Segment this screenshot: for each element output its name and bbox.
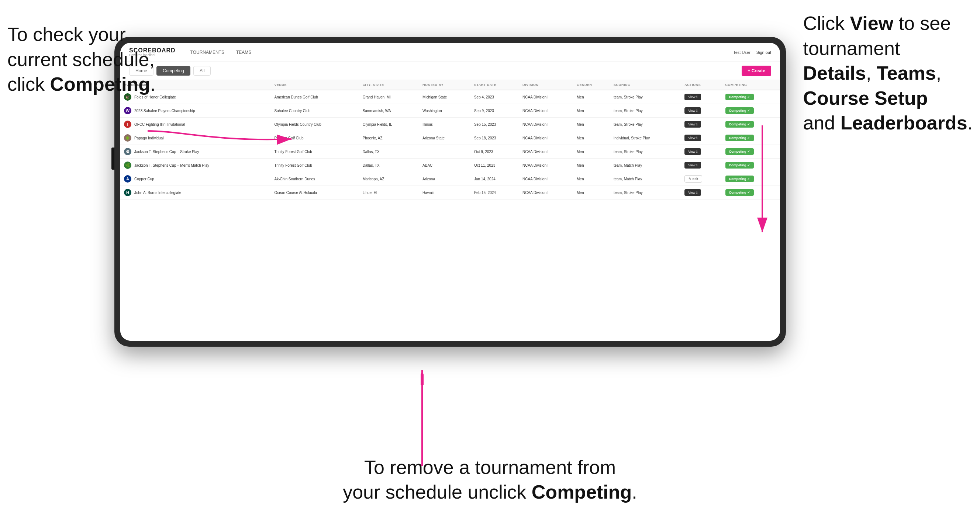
- annotation-b-line2: your schedule unclick: [343, 481, 532, 503]
- event-name-inner: 🌿 Jackson T. Stephens Cup – Men's Match …: [124, 162, 267, 169]
- gender-cell: Men: [573, 117, 610, 131]
- annotation-tr-line2: to see: [893, 13, 951, 34]
- view-button[interactable]: View ℹ: [684, 135, 701, 141]
- arrow-bottom: [421, 367, 423, 470]
- event-name-cell: W 2023 Sahalee Players Championship: [120, 104, 271, 117]
- competing-button[interactable]: Competing ✓: [725, 162, 754, 168]
- table-row: ⚙ Jackson T. Stephens Cup – Stroke Play …: [120, 145, 780, 159]
- sign-out-link[interactable]: Sign out: [756, 50, 771, 55]
- competing-button[interactable]: Competing ✓: [725, 121, 754, 128]
- tournaments-table: EVENT NAME VENUE CITY, STATE HOSTED BY S…: [120, 80, 780, 200]
- start-date-cell: Jan 14, 2024: [471, 172, 519, 186]
- table-body: 🦅 Folds of Honor Collegiate American Dun…: [120, 90, 780, 200]
- scoring-cell: team, Stroke Play: [610, 145, 681, 159]
- view-button[interactable]: View ℹ: [684, 107, 701, 114]
- col-hosted-by: HOSTED BY: [419, 80, 471, 90]
- competing-button[interactable]: Competing ✓: [725, 94, 754, 100]
- table-row: W 2023 Sahalee Players Championship Saha…: [120, 104, 780, 117]
- competing-cell: Competing ✓: [722, 104, 780, 117]
- competing-button[interactable]: Competing ✓: [725, 107, 754, 114]
- start-date-cell: Sep 18, 2023: [471, 131, 519, 145]
- event-name-text: Papago Individual: [134, 136, 164, 140]
- competing-cell: Competing ✓: [722, 186, 780, 200]
- view-button[interactable]: View ℹ: [684, 189, 701, 196]
- hosted-by-cell: Michigan State: [419, 90, 471, 104]
- col-competing: COMPETING: [722, 80, 780, 90]
- tablet-device: SCOREBOARD Powered by clippi TOURNAMENTS…: [115, 37, 786, 347]
- actions-cell: View ℹ: [681, 186, 721, 200]
- event-name-text: 2023 Sahalee Players Championship: [134, 109, 195, 113]
- annotation-b-bold: Competing: [532, 481, 632, 503]
- view-button[interactable]: View ℹ: [684, 162, 701, 168]
- actions-cell: View ℹ: [681, 104, 721, 117]
- gender-cell: Men: [573, 90, 610, 104]
- event-name-text: Jackson T. Stephens Cup – Men's Match Pl…: [134, 163, 209, 167]
- venue-cell: Trinity Forest Golf Club: [271, 159, 359, 172]
- view-button[interactable]: View ℹ: [684, 148, 701, 155]
- view-button[interactable]: View ℹ: [684, 94, 701, 100]
- annotation-b-line1: To remove a tournament from: [364, 457, 616, 478]
- scoring-cell: team, Stroke Play: [610, 90, 681, 104]
- competing-button[interactable]: Competing ✓: [725, 189, 754, 196]
- team-logo: ⚙: [124, 148, 131, 155]
- event-name-inner: I OFCC Fighting Illini Invitational: [124, 121, 267, 128]
- view-button[interactable]: View ℹ: [684, 121, 701, 128]
- venue-cell: Olympia Fields Country Club: [271, 117, 359, 131]
- division-cell: NCAA Division I: [519, 172, 573, 186]
- nav-links: TOURNAMENTS TEAMS: [190, 50, 251, 55]
- table-row: I OFCC Fighting Illini Invitational Olym…: [120, 117, 780, 131]
- tablet-screen: SCOREBOARD Powered by clippi TOURNAMENTS…: [120, 43, 780, 341]
- annotation-top-right: Click View to see tournament Details, Te…: [803, 11, 973, 136]
- tab-competing[interactable]: Competing: [156, 66, 190, 76]
- annotation-bottom: To remove a tournament from your schedul…: [343, 455, 637, 505]
- hosted-by-cell: Arizona: [419, 172, 471, 186]
- create-button[interactable]: + Create: [741, 66, 771, 76]
- city-state-cell: Dallas, TX: [359, 159, 419, 172]
- city-state-cell: Lihue, HI: [359, 186, 419, 200]
- header-right: Test User Sign out: [733, 50, 771, 55]
- event-name-cell: 🌵 Papago Individual: [120, 131, 271, 145]
- competing-cell: Competing ✓: [722, 131, 780, 145]
- gender-cell: Men: [573, 186, 610, 200]
- competing-button[interactable]: Competing ✓: [725, 176, 754, 182]
- venue-cell: Sahalee Country Club: [271, 104, 359, 117]
- event-name-inner: W 2023 Sahalee Players Championship: [124, 107, 267, 114]
- annotation-top-left: To check your current schedule, click Co…: [7, 22, 156, 97]
- event-name-cell: H John A. Burns Intercollegiate: [120, 186, 271, 200]
- event-name-cell: ⚙ Jackson T. Stephens Cup – Stroke Play: [120, 145, 271, 159]
- event-name-cell: I OFCC Fighting Illini Invitational: [120, 117, 271, 131]
- hosted-by-cell: [419, 145, 471, 159]
- competing-button[interactable]: Competing ✓: [725, 148, 754, 155]
- competing-button[interactable]: Competing ✓: [725, 135, 754, 141]
- event-name-inner: A Copper Cup: [124, 175, 267, 183]
- hosted-by-cell: ABAC: [419, 159, 471, 172]
- actions-cell: View ℹ: [681, 90, 721, 104]
- nav-tournaments[interactable]: TOURNAMENTS: [190, 50, 224, 55]
- division-cell: NCAA Division I: [519, 131, 573, 145]
- col-start-date: START DATE: [471, 80, 519, 90]
- actions-cell: View ℹ: [681, 159, 721, 172]
- hosted-by-cell: Washington: [419, 104, 471, 117]
- team-logo: 🌵: [124, 134, 131, 141]
- city-state-cell: Maricopa, AZ: [359, 172, 419, 186]
- team-logo: 🌿: [124, 162, 131, 169]
- nav-teams[interactable]: TEAMS: [236, 50, 251, 55]
- start-date-cell: Sep 15, 2023: [471, 117, 519, 131]
- event-name-cell: A Copper Cup: [120, 172, 271, 186]
- table-row: 🌵 Papago Individual Papago Golf ClubPhoe…: [120, 131, 780, 145]
- edit-button[interactable]: ✎ Edit: [684, 175, 702, 183]
- venue-cell: Ocean Course At Hokuala: [271, 186, 359, 200]
- city-state-cell: Olympia Fields, IL: [359, 117, 419, 131]
- annotation-tl-bold: Competing: [50, 73, 151, 95]
- app-header: SCOREBOARD Powered by clippi TOURNAMENTS…: [120, 43, 780, 62]
- division-cell: NCAA Division I: [519, 117, 573, 131]
- tab-all[interactable]: All: [193, 66, 211, 76]
- annotation-tr-bold3: Teams: [877, 62, 936, 84]
- scoring-cell: individual, Stroke Play: [610, 131, 681, 145]
- annotation-tr-line1: Click: [803, 13, 850, 34]
- annotation-tl-line3: click: [7, 73, 50, 95]
- table-row: 🦅 Folds of Honor Collegiate American Dun…: [120, 90, 780, 104]
- event-name-inner: H John A. Burns Intercollegiate: [124, 189, 267, 196]
- gender-cell: Men: [573, 104, 610, 117]
- scoring-cell: team, Stroke Play: [610, 117, 681, 131]
